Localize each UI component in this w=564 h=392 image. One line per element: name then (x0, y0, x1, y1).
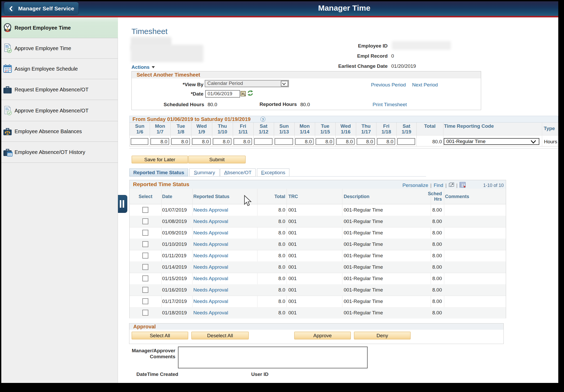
svg-text:31: 31 (241, 92, 245, 95)
